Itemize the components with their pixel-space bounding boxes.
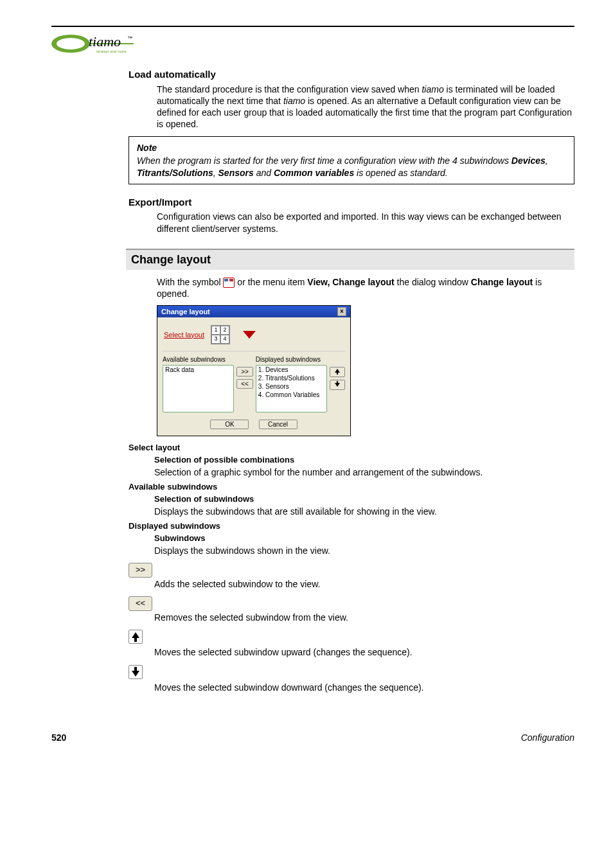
select-layout-row: Select layout 1 2 3 4: [163, 321, 345, 351]
top-rule: [51, 26, 574, 27]
available-header: Available subwindows: [163, 355, 234, 364]
paragraph-change: With the symbol or the menu item View, C…: [157, 276, 574, 299]
desc-available-sub: Selection of subwindows: [154, 494, 574, 505]
remove-button-sample: <<: [129, 596, 152, 611]
dialog-titlebar: Change layout ×: [157, 306, 350, 317]
cancel-button[interactable]: Cancel: [259, 420, 298, 429]
page-number: 520: [51, 732, 66, 743]
heading-export-import: Export/Import: [129, 196, 574, 209]
list-item[interactable]: 1. Devices: [257, 366, 326, 375]
heading-change-layout: Change layout: [126, 249, 574, 270]
desc-down-p: Moves the selected subwindow downward (c…: [154, 682, 574, 693]
arrow-down-icon: [129, 665, 143, 679]
paragraph-export: Configuration views can also be exported…: [157, 211, 574, 234]
descriptions: Select layout Selection of possible comb…: [129, 443, 574, 693]
logo: tiamo ™ titration and more: [51, 31, 574, 57]
desc-add-p: Adds the selected subwindow to the view.: [154, 578, 574, 590]
svg-text:titration and more: titration and more: [96, 49, 127, 53]
list-item[interactable]: Rack data: [164, 366, 233, 375]
available-subwindows-list[interactable]: Rack data: [163, 365, 234, 412]
list-item[interactable]: 3. Sensors: [257, 383, 326, 391]
desc-select-layout-sub: Selection of possible combinations: [154, 455, 574, 466]
note-box: Note When the program is started for the…: [129, 136, 574, 184]
heading-load-automatically: Load automatically: [129, 68, 574, 81]
footer-section: Configuration: [521, 732, 574, 743]
desc-down-icon: [129, 665, 574, 681]
content-area: Load automatically The standard procedur…: [129, 68, 574, 693]
available-subwindows-col: Available subwindows Rack data: [163, 355, 234, 413]
ok-button[interactable]: OK: [210, 420, 249, 429]
displayed-subwindows-list[interactable]: 1. Devices 2. Titrants/Solutions 3. Sens…: [256, 365, 327, 412]
note-body: When the program is started for the very…: [137, 155, 566, 178]
desc-available-p: Displays the subwindows that are still a…: [154, 506, 574, 517]
move-up-button[interactable]: [330, 367, 345, 377]
select-layout-label[interactable]: Select layout: [164, 330, 204, 339]
dialog-title-text: Change layout: [161, 307, 210, 316]
footer: 520 Configuration: [51, 732, 574, 743]
desc-up-p: Moves the selected subwindow upward (cha…: [154, 646, 574, 658]
displayed-header: Displayed subwindows: [256, 355, 327, 364]
svg-text:™: ™: [127, 35, 132, 41]
desc-remove-p: Removes the selected subwindow from the …: [154, 612, 574, 623]
arrow-up-icon: [129, 630, 143, 644]
desc-displayed-h: Displayed subwindows: [129, 521, 574, 532]
paragraph-load: The standard procedure is that the confi…: [157, 84, 574, 130]
close-icon[interactable]: ×: [337, 307, 346, 316]
displayed-subwindows-col: Displayed subwindows 1. Devices 2. Titra…: [256, 355, 327, 413]
list-item[interactable]: 2. Titrants/Solutions: [257, 375, 326, 383]
change-layout-icon: [223, 278, 235, 288]
list-item[interactable]: 4. Common Variables: [257, 391, 326, 400]
layout-grid-icon[interactable]: 1 2 3 4: [211, 325, 230, 344]
desc-add-icon: >>: [129, 563, 574, 578]
desc-remove-icon: <<: [129, 596, 574, 611]
move-down-button[interactable]: [330, 380, 345, 390]
remove-button[interactable]: <<: [236, 379, 253, 389]
desc-displayed-sub: Subwindows: [154, 533, 574, 544]
note-title: Note: [137, 142, 566, 154]
svg-text:tiamo: tiamo: [89, 33, 121, 49]
desc-select-layout-p: Selection of a graphic symbol for the nu…: [154, 466, 574, 478]
svg-point-1: [57, 38, 85, 49]
desc-up-icon: [129, 630, 574, 646]
desc-displayed-p: Displays the subwindows shown in the vie…: [154, 545, 574, 556]
logo-graphic: tiamo ™ titration and more: [51, 31, 135, 57]
desc-available-h: Available subwindows: [129, 482, 574, 493]
layout-dropdown-icon[interactable]: [243, 331, 256, 339]
desc-select-layout-h: Select layout: [129, 443, 574, 454]
add-button-sample: >>: [129, 563, 152, 578]
add-button[interactable]: >>: [236, 367, 253, 376]
change-layout-dialog: Change layout × Select layout 1 2 3 4 Av…: [157, 305, 351, 437]
